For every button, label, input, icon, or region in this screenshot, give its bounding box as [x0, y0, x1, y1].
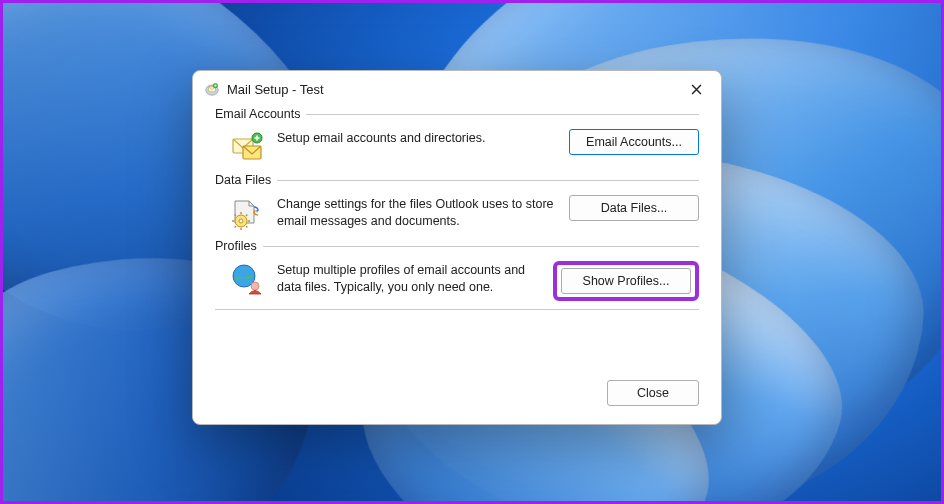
data-files-description: Change settings for the files Outlook us… — [277, 195, 557, 230]
legend-data-files: Data Files — [215, 173, 271, 187]
email-accounts-icon — [229, 129, 265, 165]
data-files-button[interactable]: Data Files... — [569, 195, 699, 221]
annotation-highlight: Show Profiles... — [553, 261, 699, 301]
divider — [215, 309, 699, 310]
section-profiles: Profiles Setup multiple profiles of emai… — [215, 239, 699, 301]
close-button[interactable]: Close — [607, 380, 699, 406]
show-profiles-button[interactable]: Show Profiles... — [561, 268, 691, 294]
legend-email-accounts: Email Accounts — [215, 107, 300, 121]
mail-setup-dialog: Mail Setup - Test Email Accounts — [192, 70, 722, 425]
legend-profiles: Profiles — [215, 239, 257, 253]
profiles-icon — [229, 261, 265, 297]
dialog-content: Email Accounts Setup email accounts and … — [193, 105, 721, 366]
email-accounts-button[interactable]: Email Accounts... — [569, 129, 699, 155]
email-accounts-description: Setup email accounts and directories. — [277, 129, 557, 147]
dialog-title: Mail Setup - Test — [227, 82, 679, 97]
section-email-accounts: Email Accounts Setup email accounts and … — [215, 107, 699, 165]
svg-point-10 — [251, 282, 259, 290]
dialog-footer: Close — [193, 380, 721, 424]
section-data-files: Data Files C — [215, 173, 699, 231]
svg-point-7 — [239, 219, 243, 223]
titlebar: Mail Setup - Test — [193, 71, 721, 105]
data-files-icon — [229, 195, 265, 231]
mail-setup-icon — [203, 80, 221, 98]
profiles-description: Setup multiple profiles of email account… — [277, 261, 541, 296]
close-icon[interactable] — [679, 76, 713, 102]
